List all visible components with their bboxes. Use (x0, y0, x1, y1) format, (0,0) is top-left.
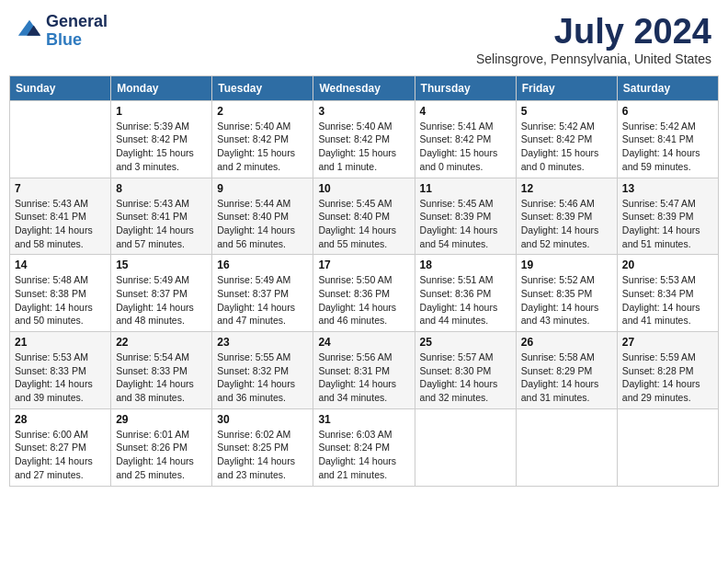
day-info: Sunrise: 5:55 AMSunset: 8:32 PMDaylight:… (217, 350, 308, 405)
day-info: Sunrise: 5:43 AMSunset: 8:41 PMDaylight:… (116, 197, 207, 251)
calendar-cell: 25 Sunrise: 5:57 AMSunset: 8:30 PMDaylig… (415, 332, 516, 409)
day-number: 6 (622, 105, 713, 118)
month-title: July 2024 (476, 13, 711, 52)
calendar-day-header: Wednesday (313, 75, 415, 100)
day-number: 21 (15, 336, 106, 349)
day-number: 1 (116, 105, 207, 118)
day-info: Sunrise: 5:42 AMSunset: 8:41 PMDaylight:… (622, 120, 713, 174)
calendar-week-row: 21 Sunrise: 5:53 AMSunset: 8:33 PMDaylig… (10, 332, 719, 409)
title-area: July 2024 Selinsgrove, Pennsylvania, Uni… (476, 13, 711, 66)
day-number: 17 (318, 259, 409, 271)
day-info: Sunrise: 6:01 AMSunset: 8:26 PMDaylight:… (116, 428, 207, 482)
page-header: General Blue July 2024 Selinsgrove, Penn… (9, 9, 719, 70)
day-info: Sunrise: 5:54 AMSunset: 8:33 PMDaylight:… (116, 350, 207, 405)
calendar-day-header: Saturday (617, 75, 718, 100)
day-number: 27 (622, 336, 713, 349)
location: Selinsgrove, Pennsylvania, United States (476, 52, 711, 66)
calendar-cell: 5 Sunrise: 5:42 AMSunset: 8:42 PMDayligh… (516, 100, 617, 178)
calendar-cell: 21 Sunrise: 5:53 AMSunset: 8:33 PMDaylig… (10, 332, 111, 409)
day-number: 12 (521, 182, 612, 195)
calendar-cell: 17 Sunrise: 5:50 AMSunset: 8:36 PMDaylig… (313, 255, 415, 332)
calendar-cell: 8 Sunrise: 5:43 AMSunset: 8:41 PMDayligh… (111, 178, 212, 255)
calendar-cell: 29 Sunrise: 6:01 AMSunset: 8:26 PMDaylig… (111, 408, 212, 486)
logo-icon (17, 18, 42, 44)
day-info: Sunrise: 5:53 AMSunset: 8:34 PMDaylight:… (622, 273, 713, 327)
day-info: Sunrise: 5:58 AMSunset: 8:29 PMDaylight:… (521, 350, 612, 405)
day-info: Sunrise: 5:52 AMSunset: 8:35 PMDaylight:… (521, 273, 612, 327)
day-number: 28 (15, 413, 106, 426)
calendar-cell: 6 Sunrise: 5:42 AMSunset: 8:41 PMDayligh… (617, 100, 718, 178)
calendar-cell: 15 Sunrise: 5:49 AMSunset: 8:37 PMDaylig… (111, 255, 212, 332)
calendar-week-row: 14 Sunrise: 5:48 AMSunset: 8:38 PMDaylig… (10, 255, 719, 332)
calendar-week-row: 1 Sunrise: 5:39 AMSunset: 8:42 PMDayligh… (10, 100, 719, 178)
day-info: Sunrise: 5:46 AMSunset: 8:39 PMDaylight:… (521, 197, 612, 251)
day-info: Sunrise: 5:41 AMSunset: 8:42 PMDaylight:… (420, 120, 511, 174)
calendar-table: SundayMondayTuesdayWednesdayThursdayFrid… (9, 75, 719, 487)
day-info: Sunrise: 5:42 AMSunset: 8:42 PMDaylight:… (521, 120, 612, 174)
calendar-cell: 13 Sunrise: 5:47 AMSunset: 8:39 PMDaylig… (617, 178, 718, 255)
logo: General Blue (17, 13, 108, 50)
day-number: 31 (318, 413, 409, 426)
calendar-cell: 19 Sunrise: 5:52 AMSunset: 8:35 PMDaylig… (516, 255, 617, 332)
day-info: Sunrise: 5:44 AMSunset: 8:40 PMDaylight:… (217, 197, 308, 251)
day-info: Sunrise: 5:51 AMSunset: 8:36 PMDaylight:… (420, 273, 511, 327)
calendar-day-header: Friday (516, 75, 617, 100)
day-number: 29 (116, 413, 207, 426)
day-info: Sunrise: 6:02 AMSunset: 8:25 PMDaylight:… (217, 428, 308, 482)
calendar-day-header: Tuesday (212, 75, 313, 100)
day-info: Sunrise: 5:57 AMSunset: 8:30 PMDaylight:… (420, 350, 511, 405)
calendar-cell: 30 Sunrise: 6:02 AMSunset: 8:25 PMDaylig… (212, 408, 313, 486)
day-number: 22 (116, 336, 207, 349)
calendar-day-header: Sunday (10, 75, 111, 100)
calendar-cell: 3 Sunrise: 5:40 AMSunset: 8:42 PMDayligh… (313, 100, 415, 178)
calendar-cell: 28 Sunrise: 6:00 AMSunset: 8:27 PMDaylig… (10, 408, 111, 486)
calendar-cell: 11 Sunrise: 5:45 AMSunset: 8:39 PMDaylig… (415, 178, 516, 255)
calendar-day-header: Thursday (415, 75, 516, 100)
logo-text: General Blue (46, 13, 108, 50)
day-info: Sunrise: 5:50 AMSunset: 8:36 PMDaylight:… (318, 273, 409, 327)
calendar-cell (415, 408, 516, 486)
calendar-cell (10, 100, 111, 178)
calendar-week-row: 28 Sunrise: 6:00 AMSunset: 8:27 PMDaylig… (10, 408, 719, 486)
day-number: 18 (420, 259, 511, 271)
day-number: 30 (217, 413, 308, 426)
day-number: 15 (116, 259, 207, 271)
day-number: 20 (622, 259, 713, 271)
calendar-cell: 22 Sunrise: 5:54 AMSunset: 8:33 PMDaylig… (111, 332, 212, 409)
day-number: 3 (318, 105, 409, 118)
day-number: 14 (15, 259, 106, 271)
day-info: Sunrise: 5:48 AMSunset: 8:38 PMDaylight:… (15, 273, 106, 327)
calendar-cell (516, 408, 617, 486)
day-info: Sunrise: 6:03 AMSunset: 8:24 PMDaylight:… (318, 428, 409, 482)
calendar-cell: 16 Sunrise: 5:49 AMSunset: 8:37 PMDaylig… (212, 255, 313, 332)
calendar-cell: 7 Sunrise: 5:43 AMSunset: 8:41 PMDayligh… (10, 178, 111, 255)
calendar-cell: 23 Sunrise: 5:55 AMSunset: 8:32 PMDaylig… (212, 332, 313, 409)
day-info: Sunrise: 5:43 AMSunset: 8:41 PMDaylight:… (15, 197, 106, 251)
day-number: 8 (116, 182, 207, 195)
calendar-cell: 14 Sunrise: 5:48 AMSunset: 8:38 PMDaylig… (10, 255, 111, 332)
day-number: 25 (420, 336, 511, 349)
calendar-cell: 20 Sunrise: 5:53 AMSunset: 8:34 PMDaylig… (617, 255, 718, 332)
calendar-cell: 27 Sunrise: 5:59 AMSunset: 8:28 PMDaylig… (617, 332, 718, 409)
day-info: Sunrise: 5:45 AMSunset: 8:39 PMDaylight:… (420, 197, 511, 251)
day-info: Sunrise: 5:47 AMSunset: 8:39 PMDaylight:… (622, 197, 713, 251)
calendar-cell: 1 Sunrise: 5:39 AMSunset: 8:42 PMDayligh… (111, 100, 212, 178)
day-info: Sunrise: 5:49 AMSunset: 8:37 PMDaylight:… (217, 273, 308, 327)
day-number: 10 (318, 182, 409, 195)
calendar-cell: 18 Sunrise: 5:51 AMSunset: 8:36 PMDaylig… (415, 255, 516, 332)
day-info: Sunrise: 5:53 AMSunset: 8:33 PMDaylight:… (15, 350, 106, 405)
calendar-header-row: SundayMondayTuesdayWednesdayThursdayFrid… (10, 75, 719, 100)
logo-general: General (46, 13, 108, 31)
day-number: 19 (521, 259, 612, 271)
calendar-cell: 2 Sunrise: 5:40 AMSunset: 8:42 PMDayligh… (212, 100, 313, 178)
calendar-cell: 24 Sunrise: 5:56 AMSunset: 8:31 PMDaylig… (313, 332, 415, 409)
calendar-day-header: Monday (111, 75, 212, 100)
day-number: 7 (15, 182, 106, 195)
calendar-week-row: 7 Sunrise: 5:43 AMSunset: 8:41 PMDayligh… (10, 178, 719, 255)
day-number: 5 (521, 105, 612, 118)
day-info: Sunrise: 5:56 AMSunset: 8:31 PMDaylight:… (318, 350, 409, 405)
day-info: Sunrise: 5:39 AMSunset: 8:42 PMDaylight:… (116, 120, 207, 174)
day-number: 26 (521, 336, 612, 349)
day-number: 2 (217, 105, 308, 118)
calendar-cell: 31 Sunrise: 6:03 AMSunset: 8:24 PMDaylig… (313, 408, 415, 486)
